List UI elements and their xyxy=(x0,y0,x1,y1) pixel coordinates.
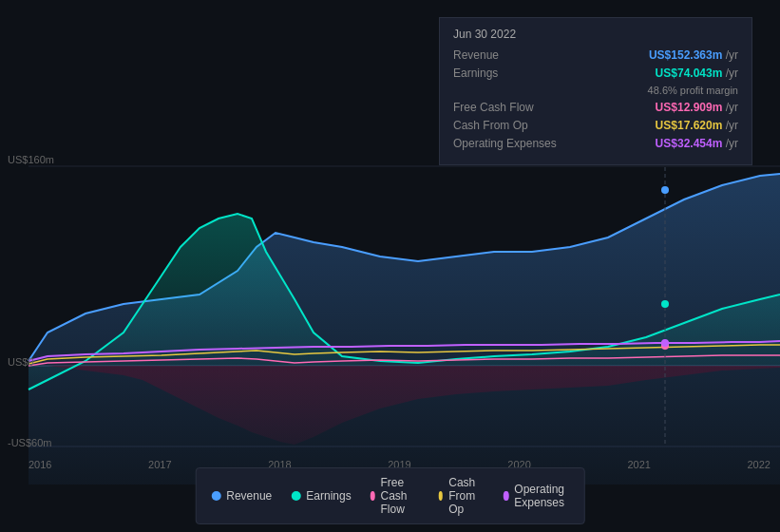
legend-earnings-dot xyxy=(291,491,300,501)
legend-cashop-label: Cash From Op xyxy=(448,476,485,516)
tooltip-revenue-row: Revenue US$152.363m /yr xyxy=(453,48,738,62)
tooltip-earnings-label: Earnings xyxy=(453,66,498,80)
chart-legend: Revenue Earnings Free Cash Flow Cash Fro… xyxy=(195,467,585,524)
legend-fcf-dot xyxy=(371,491,375,501)
tooltip-margin: 48.6% profit margin xyxy=(648,85,738,96)
svg-point-4 xyxy=(661,186,669,194)
tooltip-fcf-label: Free Cash Flow xyxy=(453,101,534,114)
x-label-2017: 2017 xyxy=(148,459,171,470)
y-label-mid: US$0 xyxy=(8,356,34,368)
legend-fcf[interactable]: Free Cash Flow xyxy=(371,476,420,516)
tooltip-fcf-row: Free Cash Flow US$12.909m /yr xyxy=(453,101,738,114)
tooltip-earnings-value: US$74.043m /yr xyxy=(656,66,738,80)
legend-fcf-label: Free Cash Flow xyxy=(381,476,420,516)
legend-earnings-label: Earnings xyxy=(306,489,351,503)
svg-point-8 xyxy=(661,339,669,347)
tooltip-revenue-label: Revenue xyxy=(453,48,499,62)
tooltip-earnings-row: Earnings US$74.043m /yr xyxy=(453,66,738,80)
y-label-bot: -US$60m xyxy=(8,437,51,448)
legend-cashop-dot xyxy=(438,491,443,501)
tooltip-opex-value: US$32.454m /yr xyxy=(656,137,738,150)
legend-cashop[interactable]: Cash From Op xyxy=(438,476,485,516)
legend-revenue-dot xyxy=(211,491,220,501)
data-tooltip: Jun 30 2022 Revenue US$152.363m /yr Earn… xyxy=(439,17,752,165)
legend-opex-label: Operating Expenses xyxy=(514,483,568,509)
legend-revenue[interactable]: Revenue xyxy=(211,476,272,516)
legend-earnings[interactable]: Earnings xyxy=(291,476,351,516)
tooltip-revenue-value: US$152.363m /yr xyxy=(649,48,738,62)
x-label-2022: 2022 xyxy=(747,459,770,470)
tooltip-date: Jun 30 2022 xyxy=(453,28,738,41)
x-label-2016: 2016 xyxy=(29,459,51,470)
svg-point-5 xyxy=(661,300,669,308)
tooltip-cashop-label: Cash From Op xyxy=(453,119,528,132)
legend-opex-dot xyxy=(504,491,508,501)
tooltip-opex-row: Operating Expenses US$32.454m /yr xyxy=(453,137,738,150)
x-label-2021: 2021 xyxy=(627,459,650,470)
legend-revenue-label: Revenue xyxy=(226,489,272,503)
legend-opex[interactable]: Operating Expenses xyxy=(504,476,569,516)
tooltip-opex-label: Operating Expenses xyxy=(453,137,557,150)
tooltip-fcf-value: US$12.909m /yr xyxy=(656,101,738,114)
tooltip-cashop-value: US$17.620m /yr xyxy=(656,119,738,132)
y-label-top: US$160m xyxy=(8,154,54,165)
tooltip-cashop-row: Cash From Op US$17.620m /yr xyxy=(453,119,738,132)
